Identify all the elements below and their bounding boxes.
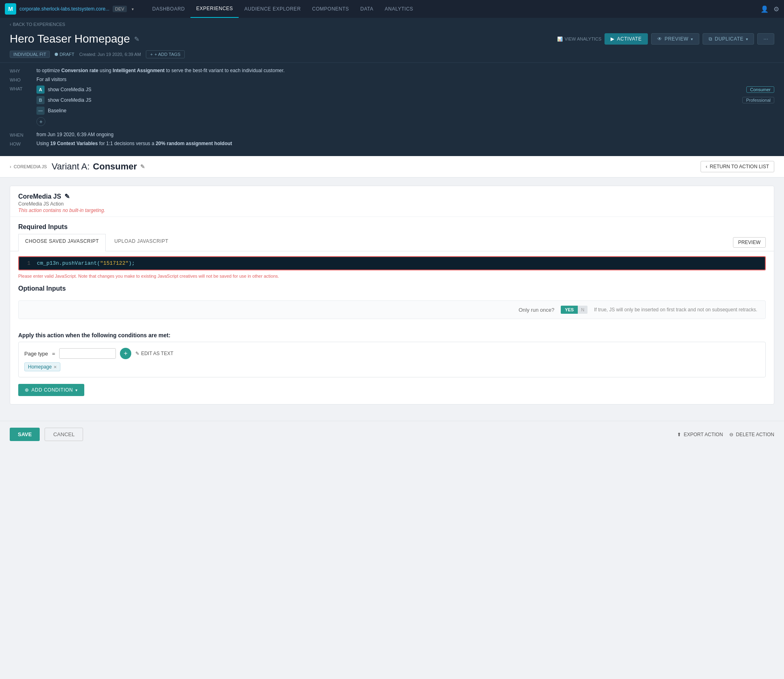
env-dropdown-arrow[interactable]: ▾ xyxy=(132,7,134,11)
view-analytics-btn[interactable]: 📊 VIEW ANALYTICS xyxy=(557,36,601,42)
code-content: cm_p13n.pushVariant("1517122"); xyxy=(37,260,135,266)
exp-title: Hero Teaser Homepage ✎ xyxy=(10,32,139,45)
nav-analytics[interactable]: ANALYTICS xyxy=(379,0,419,18)
save-button[interactable]: SAVE xyxy=(10,428,40,441)
exp-title-row: Hero Teaser Homepage ✎ 📊 VIEW ANALYTICS … xyxy=(10,29,774,48)
tag-homepage: Homepage ✕ xyxy=(24,362,60,371)
code-hint: Please enter valid JavaScript. Note that… xyxy=(10,272,774,282)
nav-components[interactable]: COMPONENTS xyxy=(306,0,355,18)
variant-b-text: show CoreMedia JS xyxy=(48,97,739,103)
cancel-button[interactable]: CANCEL xyxy=(45,428,83,441)
variant-base-row: — Baseline xyxy=(36,107,774,115)
tab-upload-js[interactable]: UPLOAD JAVASCRIPT xyxy=(107,234,175,251)
export-action-button[interactable]: ⬆ EXPORT ACTION xyxy=(677,432,723,437)
exp-header-actions: 📊 VIEW ANALYTICS ▶ ACTIVATE 👁 PREVIEW ▾ … xyxy=(557,33,774,45)
preview-button[interactable]: 👁 PREVIEW ▾ xyxy=(651,33,699,45)
optional-section: Only run once? YES N If true, JS will on… xyxy=(10,294,774,326)
preview-chevron-icon: ▾ xyxy=(691,37,693,41)
brand-icon: M xyxy=(5,3,16,15)
variant-a-badge: A xyxy=(36,86,45,94)
optional-inputs-label: Optional Inputs xyxy=(10,282,774,294)
preview-icon: 👁 xyxy=(657,36,662,42)
nav-dashboard[interactable]: DASHBOARD xyxy=(147,0,191,18)
variant-a-tag[interactable]: Consumer xyxy=(746,86,774,93)
run-once-hint: If true, JS will only be inserted on fir… xyxy=(594,307,757,313)
user-icon[interactable]: 👤 xyxy=(761,5,769,13)
condition-label: Page type xyxy=(24,351,48,357)
add-condition-plus-icon: ⊕ xyxy=(25,387,29,393)
footer-right: ⬆ EXPORT ACTION ⊖ DELETE ACTION xyxy=(677,432,774,437)
variant-header-left: › COREMEDIA JS Variant A: Consumer ✎ xyxy=(10,161,145,172)
add-condition-button[interactable]: ⊕ ADD CONDITION ▾ xyxy=(18,384,84,396)
variant-title-name: Consumer xyxy=(93,161,137,172)
summary-who-row: WHO For all visitors xyxy=(10,77,774,82)
variant-title-edit-icon[interactable]: ✎ xyxy=(140,163,145,170)
activate-button[interactable]: ▶ ACTIVATE xyxy=(605,33,647,45)
how-label: HOW xyxy=(10,141,30,146)
what-label: WHAT xyxy=(10,86,30,91)
exp-summary: WHY to optimize Conversion rate using In… xyxy=(0,62,784,156)
summary-how-row: HOW Using 19 Context Variables for 1:1 d… xyxy=(10,141,774,146)
add-condition-row: ⊕ ADD CONDITION ▾ xyxy=(10,384,774,404)
exp-title-edit-icon[interactable]: ✎ xyxy=(134,35,139,43)
draft-dot-icon xyxy=(55,53,58,56)
toggle-no[interactable]: N xyxy=(578,306,587,314)
tab-choose-saved-js[interactable]: CHOOSE SAVED JAVASCRIPT xyxy=(18,234,106,251)
run-once-label: Only run once? xyxy=(519,307,554,313)
chart-icon: 📊 xyxy=(557,36,563,42)
run-once-toggle[interactable]: YES N xyxy=(561,306,587,314)
individual-fit-badge: INDIVIDUAL FIT xyxy=(10,51,50,58)
line-number: 1 xyxy=(24,260,30,266)
delete-action-button[interactable]: ⊖ DELETE ACTION xyxy=(729,432,774,437)
footer-actions: SAVE CANCEL ⬆ EXPORT ACTION ⊖ DELETE ACT… xyxy=(0,421,784,448)
condition-row-1: Page type = + ✎ EDIT AS TEXT xyxy=(24,348,760,359)
return-to-action-list-button[interactable]: ‹ RETURN TO ACTION LIST xyxy=(701,161,774,172)
duplicate-icon: ⧉ xyxy=(709,36,713,42)
exp-header: ‹ BACK TO EXPERIENCES Hero Teaser Homepa… xyxy=(0,18,784,62)
variant-header: › COREMEDIA JS Variant A: Consumer ✎ ‹ R… xyxy=(0,156,784,178)
variant-b-badge: B xyxy=(36,96,45,104)
who-label: WHO xyxy=(10,77,30,82)
variant-breadcrumb: › COREMEDIA JS xyxy=(10,164,47,169)
tab-action-area: PREVIEW xyxy=(733,234,766,251)
action-title: CoreMedia JS ✎ xyxy=(18,193,766,200)
delete-icon: ⊖ xyxy=(729,432,733,437)
nav-audience-explorer[interactable]: AUDIENCE EXPLORER xyxy=(239,0,306,18)
variant-a-text: show CoreMedia JS xyxy=(48,87,743,92)
site-name: corporate.sherlock-labs.testsystem.core.… xyxy=(19,6,109,12)
breadcrumb-arrow-icon: › xyxy=(10,164,11,169)
back-to-experiences[interactable]: ‹ BACK TO EXPERIENCES xyxy=(10,18,774,29)
who-value: For all visitors xyxy=(36,77,774,82)
code-editor[interactable]: 1 cm_p13n.pushVariant("1517122"); xyxy=(18,256,766,270)
condition-input[interactable] xyxy=(59,348,116,359)
variant-b-row: B show CoreMedia JS Professional xyxy=(36,96,774,104)
condition-add-value-button[interactable]: + xyxy=(120,348,131,359)
when-label: WHEN xyxy=(10,132,30,137)
conditions-title: Apply this action when the following con… xyxy=(10,326,774,342)
toggle-yes[interactable]: YES xyxy=(561,306,578,314)
add-condition-arrow-icon: ▾ xyxy=(75,388,78,392)
duplicate-button[interactable]: ⧉ DUPLICATE ▾ xyxy=(703,33,754,45)
why-label: WHY xyxy=(10,68,30,73)
nav-data[interactable]: DATA xyxy=(355,0,379,18)
env-badge: DEV xyxy=(113,6,127,12)
add-variant-button[interactable]: + xyxy=(36,117,45,126)
edit-as-text-button[interactable]: ✎ EDIT AS TEXT xyxy=(135,351,173,356)
activate-icon: ▶ xyxy=(611,36,615,42)
action-edit-icon[interactable]: ✎ xyxy=(64,193,70,200)
preview-tab-button[interactable]: PREVIEW xyxy=(733,237,766,248)
tag-homepage-remove[interactable]: ✕ xyxy=(53,365,57,369)
top-nav: M corporate.sherlock-labs.testsystem.cor… xyxy=(0,0,784,18)
add-tags-button[interactable]: + + ADD TAGS xyxy=(146,50,185,58)
why-value: to optimize Conversion rate using Intell… xyxy=(36,68,774,73)
run-once-row: Only run once? YES N If true, JS will on… xyxy=(18,300,766,319)
plus-icon: + xyxy=(150,52,153,57)
action-subtitle: CoreMedia JS Action xyxy=(18,201,766,207)
variant-title: Variant A: Consumer ✎ xyxy=(52,161,145,172)
more-button[interactable]: ··· xyxy=(757,33,774,45)
summary-what-row: WHAT A show CoreMedia JS Consumer B show… xyxy=(10,86,774,129)
settings-icon[interactable]: ⚙ xyxy=(773,5,779,13)
nav-experiences[interactable]: EXPERIENCES xyxy=(190,0,239,18)
variant-b-tag[interactable]: Professional xyxy=(742,97,774,103)
how-value: Using 19 Context Variables for 1:1 decis… xyxy=(36,141,774,146)
